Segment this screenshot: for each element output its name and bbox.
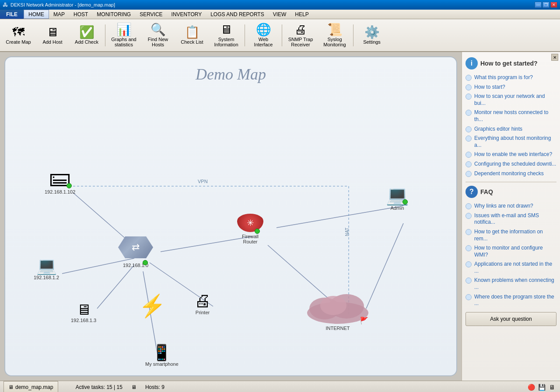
app-icon: 🖧	[3, 2, 8, 8]
menu-view[interactable]: VIEW	[269, 10, 291, 19]
menu-service[interactable]: SERVICE	[135, 10, 167, 19]
create-map-button[interactable]: 🗺 Create Map	[2, 21, 35, 49]
node-internet[interactable]: 🚩 INTERNET	[303, 289, 373, 331]
settings-button[interactable]: ⚙️ Settings	[355, 21, 388, 49]
node-switch[interactable]: ⇄ 192.168.1.0	[118, 236, 153, 268]
status-tab[interactable]: 🖥 demo_map.map	[4, 381, 58, 392]
syslog-icon: 📜	[327, 24, 343, 36]
svg-line-10	[97, 265, 134, 309]
snmp-trap-icon: 🖨	[294, 24, 307, 36]
help-link-2[interactable]: How to scan your network and bui...	[466, 92, 556, 108]
help-divider	[466, 182, 556, 182]
node-server[interactable]: 🖴 192.168.1.102	[45, 167, 75, 194]
menu-monitoring[interactable]: MONITORING	[92, 10, 135, 19]
pc1-icon: 💻	[36, 257, 57, 275]
faq-link-2[interactable]: How to get the information on rem...	[466, 227, 556, 243]
node-firewall[interactable]: ✳ FirewallRouter	[237, 214, 263, 244]
faq-link-4[interactable]: Applications are not started in the ...	[466, 260, 556, 276]
status-icon-1[interactable]: 🔴	[527, 383, 536, 392]
web-interface-button[interactable]: 🌐 Web Interface	[247, 21, 280, 49]
status-icon-2[interactable]: 💾	[537, 383, 546, 392]
status-bar: 🖥 demo_map.map Active tasks: 15 | 15 🖥 H…	[0, 381, 560, 392]
system-info-button[interactable]: 🖥 System Information	[210, 21, 243, 49]
node-pc1[interactable]: 💻 192.168.1.2	[34, 257, 59, 280]
node-printer[interactable]: 🖨 Printer	[194, 292, 211, 315]
faq-dot-3	[466, 245, 472, 251]
faq-title: FAQ	[480, 188, 493, 195]
switch-icon: ⇄	[118, 236, 153, 258]
node-pc2[interactable]: 🖥 192.168.1.3	[71, 302, 96, 323]
snmp-trap-label: SNMP Trap Receiver	[286, 37, 315, 47]
help-link-1[interactable]: How to start?	[466, 83, 556, 92]
faq-link-5[interactable]: Known problems when connecting ...	[466, 276, 556, 292]
svg-point-14	[320, 296, 346, 315]
phone-icon: 📱	[152, 343, 172, 361]
admin-status-dot	[402, 199, 408, 205]
faq-icon: ?	[466, 186, 478, 198]
node-phone[interactable]: 📱 My smartphone	[145, 345, 178, 367]
help-link-3[interactable]: Monitor new hosts connected to th...	[466, 108, 556, 124]
find-hosts-button[interactable]: 🔍 Find New Hosts	[141, 21, 175, 49]
separator-2	[245, 24, 245, 46]
map-canvas[interactable]: Demo Map	[4, 56, 457, 376]
printer-icon: 🖨	[194, 291, 211, 310]
faq-link-6[interactable]: Where does the program store the ...	[466, 292, 556, 309]
settings-label: Settings	[363, 39, 381, 45]
add-check-label: Add Check	[75, 39, 98, 45]
faq-header: ? FAQ	[466, 186, 556, 198]
network-lines	[5, 57, 456, 375]
help-link-7[interactable]: Configuring the scheduled downti...	[466, 160, 556, 169]
ask-question-button[interactable]: Ask your question	[466, 312, 556, 326]
graphs-button[interactable]: 📊 Graphs and statistics	[107, 21, 140, 49]
faq-link-3[interactable]: How to monitor and configure WMI?	[466, 243, 556, 260]
graphs-label: Graphs and statistics	[109, 37, 138, 47]
help-link-8[interactable]: Dependent monitoring checks	[466, 169, 556, 179]
menu-help[interactable]: HELP	[290, 10, 313, 19]
main-content: Demo Map	[0, 52, 560, 381]
node-admin[interactable]: 💻 Admin	[386, 186, 409, 211]
restore-button[interactable]: ❐	[542, 2, 550, 8]
lightning-icon: ⚡	[139, 293, 166, 319]
faq-link-1[interactable]: Issues with e-mail and SMS notifica...	[466, 211, 556, 227]
snmp-trap-button[interactable]: 🖨 SNMP Trap Receiver	[284, 21, 317, 49]
minimize-button[interactable]: —	[535, 2, 542, 8]
info-links-list: What this program is for? How to start? …	[466, 73, 556, 178]
help-panel: ✕ i How to get started? What this progra…	[462, 52, 560, 381]
add-check-button[interactable]: ✅ Add Check	[70, 21, 103, 49]
add-host-button[interactable]: 🖥 Add Host	[36, 21, 69, 49]
pc2-icon: 🖥	[76, 301, 91, 318]
menu-inventory[interactable]: INVENTORY	[167, 10, 206, 19]
faq-dot-5	[466, 278, 472, 284]
menu-map[interactable]: MAP	[49, 10, 69, 19]
help-link-4[interactable]: Graphics editor hints	[466, 125, 556, 134]
find-hosts-label: Find New Hosts	[144, 37, 172, 47]
menu-home[interactable]: HOME	[24, 10, 49, 19]
info-icon: i	[466, 57, 478, 69]
menu-file[interactable]: FILE	[0, 10, 24, 19]
server-status-dot	[66, 183, 72, 188]
help-link-5[interactable]: Everything about host monitoring a...	[466, 134, 556, 150]
toolbar: 🗺 Create Map 🖥 Add Host ✅ Add Check 📊 Gr…	[0, 19, 560, 52]
check-list-button[interactable]: 📋 Check List	[175, 21, 209, 49]
syslog-button[interactable]: 📜 Syslog Monitoring	[318, 21, 351, 49]
faq-dot-1	[466, 213, 472, 219]
switch-status-dot	[143, 260, 148, 265]
faq-link-0[interactable]: Why links are not drawn?	[466, 201, 556, 211]
faq-links-list: Why links are not drawn? Issues with e-m…	[466, 201, 556, 309]
close-button[interactable]: ✕	[550, 2, 557, 8]
menu-logs[interactable]: LOGS AND REPORTS	[206, 10, 268, 19]
help-link-0[interactable]: What this program is for?	[466, 73, 556, 83]
link-dot-0	[466, 75, 472, 81]
link-dot-1	[466, 84, 472, 90]
web-interface-label: Web Interface	[249, 37, 278, 47]
get-started-title: How to get started?	[480, 60, 538, 67]
help-link-6[interactable]: How to enable the web interface?	[466, 150, 556, 160]
hosts-label: Hosts: 9	[145, 384, 164, 390]
status-icon-3[interactable]: 🖥	[548, 383, 556, 392]
link-dot-7	[466, 161, 472, 167]
syslog-label: Syslog Monitoring	[320, 37, 349, 47]
help-close-button[interactable]: ✕	[551, 54, 558, 61]
link-dot-2	[466, 94, 472, 100]
menu-host[interactable]: HOST	[69, 10, 92, 19]
link-dot-6	[466, 152, 472, 158]
